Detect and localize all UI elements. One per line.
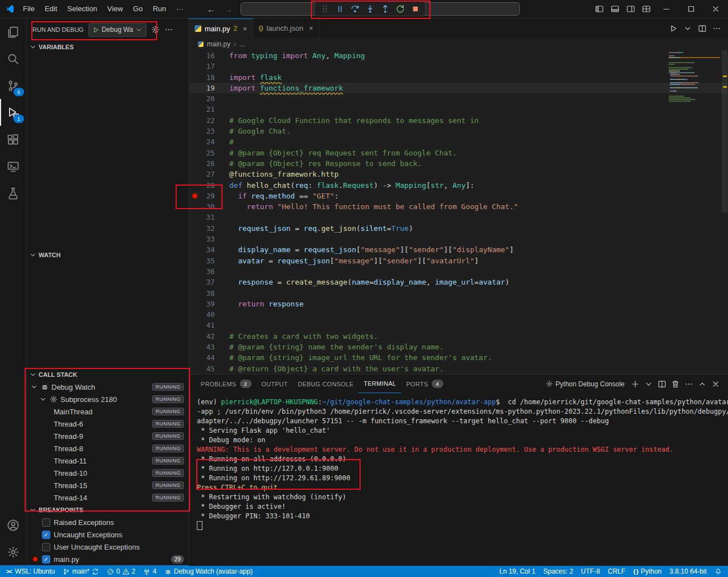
activity-explorer[interactable] xyxy=(0,18,26,45)
debug-settings-icon[interactable] xyxy=(151,25,160,34)
gutter[interactable] xyxy=(189,288,200,299)
code-line-33[interactable]: 33 xyxy=(189,234,728,244)
activity-extensions[interactable] xyxy=(0,126,26,153)
tab-main.py[interactable]: main.py2× xyxy=(189,18,253,38)
line-number[interactable]: 27 xyxy=(200,169,215,179)
gutter[interactable] xyxy=(189,93,200,104)
breakpoint-item[interactable]: ✓Uncaught Exceptions xyxy=(27,528,188,541)
code-line-29[interactable]: 29 if req.method == "GET": xyxy=(189,191,728,201)
call-stack-section-header[interactable]: CALL STACK xyxy=(27,368,188,381)
checkbox[interactable]: ✓ xyxy=(42,555,50,564)
scrollbar-thumb[interactable] xyxy=(722,50,727,212)
activity-manage[interactable] xyxy=(0,538,26,565)
callstack-item[interactable]: Debug WatchRUNNING xyxy=(27,381,188,393)
debug-status[interactable]: Debug Watch (avatar-app) xyxy=(160,565,257,577)
code-line-41[interactable]: 41 xyxy=(189,320,728,330)
menu-edit[interactable]: Edit xyxy=(40,0,62,18)
ellipsis-icon[interactable] xyxy=(712,24,721,33)
gutter[interactable] xyxy=(189,169,200,179)
code-line-21[interactable]: 21 xyxy=(189,104,728,115)
line-number[interactable]: 42 xyxy=(200,331,215,342)
gutter[interactable] xyxy=(189,266,200,277)
menu-run[interactable]: Run xyxy=(148,0,171,18)
step-into-icon[interactable] xyxy=(363,3,377,15)
callstack-item[interactable]: Thread-10RUNNING xyxy=(27,467,188,479)
panel-tab-terminal[interactable]: TERMINAL xyxy=(358,375,401,393)
run-icon[interactable] xyxy=(669,24,678,33)
line-number[interactable]: 26 xyxy=(200,158,215,169)
trash-icon[interactable] xyxy=(669,377,682,391)
gutter[interactable] xyxy=(189,148,200,158)
code-line-39[interactable]: 39 return response xyxy=(189,299,728,309)
add-icon[interactable] xyxy=(628,377,642,391)
layout-grid-icon[interactable] xyxy=(639,0,654,18)
line-number[interactable]: 19 xyxy=(200,83,215,93)
callstack-item[interactable]: Thread-6RUNNING xyxy=(27,418,188,430)
code-line-17[interactable]: 17 xyxy=(189,61,728,72)
line-number[interactable]: 43 xyxy=(200,342,215,352)
terminal-output[interactable]: (env) pierrick@LAPTOP-HKU5PNNG:~/git/goo… xyxy=(189,393,728,566)
code-line-42[interactable]: 42# Creates a card with two widgets. xyxy=(189,331,728,342)
stop-icon[interactable] xyxy=(408,3,422,15)
code-line-20[interactable]: 20 xyxy=(189,93,728,104)
callstack-item[interactable]: Thread-9RUNNING xyxy=(27,430,188,442)
code-line-38[interactable]: 38 xyxy=(189,288,728,299)
breakpoint-item[interactable]: User Uncaught Exceptions xyxy=(27,541,188,553)
gutter[interactable] xyxy=(189,72,200,83)
code-line-24[interactable]: 24# xyxy=(189,136,728,147)
branch-indicator[interactable]: main* xyxy=(59,565,103,577)
line-number[interactable]: 16 xyxy=(200,50,215,61)
gutter[interactable] xyxy=(189,363,200,374)
menu-overflow[interactable]: ··· xyxy=(171,0,188,18)
code-line-19[interactable]: 19import functions_framework xyxy=(189,83,728,93)
gutter[interactable] xyxy=(189,158,200,169)
line-number[interactable]: 30 xyxy=(200,201,215,212)
problems-indicator[interactable]: 0 2 xyxy=(103,565,139,577)
layout-sidebar-icon[interactable] xyxy=(592,0,607,18)
line-number[interactable]: 33 xyxy=(200,234,215,244)
close-icon[interactable]: × xyxy=(309,24,313,32)
editor-scrollbar[interactable] xyxy=(721,50,728,374)
close-icon[interactable] xyxy=(709,377,722,391)
line-number[interactable]: 34 xyxy=(200,244,215,255)
callstack-item[interactable]: Thread-14RUNNING xyxy=(27,491,188,504)
split-icon[interactable] xyxy=(655,377,669,391)
code-line-45[interactable]: 45# @return {Object} a card with the use… xyxy=(189,363,728,374)
gutter[interactable] xyxy=(189,191,200,201)
code-line-43[interactable]: 43# @param {string} name the sender's di… xyxy=(189,342,728,352)
grip-icon[interactable] xyxy=(318,3,332,15)
gutter[interactable] xyxy=(189,299,200,309)
eol-selector[interactable]: CRLF xyxy=(604,565,629,577)
line-number[interactable]: 38 xyxy=(200,288,215,299)
breakpoint-item[interactable]: Raised Exceptions xyxy=(27,516,188,528)
more-actions-icon[interactable] xyxy=(164,25,173,34)
python-interpreter[interactable]: 3.8.10 64-bit xyxy=(665,565,711,577)
forward-icon[interactable]: → xyxy=(224,4,233,14)
chevron-down-icon[interactable] xyxy=(642,377,655,391)
code-line-35[interactable]: 35 avatar = request_json["message"]["sen… xyxy=(189,256,728,266)
restart-icon[interactable] xyxy=(393,3,407,15)
back-icon[interactable]: ← xyxy=(207,4,215,14)
callstack-item[interactable]: Thread-8RUNNING xyxy=(27,442,188,455)
panel-tab-output[interactable]: OUTPUT xyxy=(257,375,293,393)
panel-tab-ports[interactable]: PORTS4 xyxy=(401,375,448,393)
breakpoint-dot[interactable] xyxy=(192,193,197,198)
code-line-28[interactable]: 28def hello_chat(req: flask.Request) -> … xyxy=(189,180,728,191)
checkbox[interactable] xyxy=(42,543,50,551)
line-number[interactable]: 36 xyxy=(200,266,215,277)
code-line-37[interactable]: 37 response = create_message(name=displa… xyxy=(189,277,728,287)
code-line-44[interactable]: 44# @param {string} image_url the URL fo… xyxy=(189,352,728,363)
line-number[interactable]: 25 xyxy=(200,148,215,158)
line-number[interactable]: 45 xyxy=(200,363,215,374)
gutter[interactable] xyxy=(189,50,200,61)
gutter[interactable] xyxy=(189,331,200,342)
gutter[interactable] xyxy=(189,104,200,115)
gutter[interactable] xyxy=(189,352,200,363)
step-over-icon[interactable] xyxy=(348,3,362,15)
line-number[interactable]: 21 xyxy=(200,104,215,115)
code-line-26[interactable]: 26# @param {Object} res Response to send… xyxy=(189,158,728,169)
code-line-34[interactable]: 34 display_name = request_json["message"… xyxy=(189,244,728,255)
code-line-36[interactable]: 36 xyxy=(189,266,728,277)
code-line-31[interactable]: 31 xyxy=(189,212,728,223)
gutter[interactable] xyxy=(189,136,200,147)
